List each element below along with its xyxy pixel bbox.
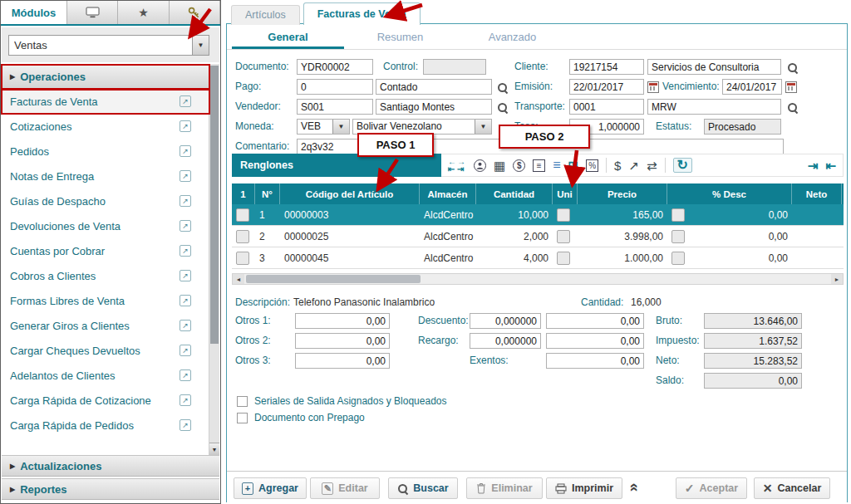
- section-operaciones[interactable]: ▶ Operaciones: [2, 64, 209, 89]
- cliente-search-button[interactable]: [785, 60, 799, 75]
- tab-security[interactable]: [170, 1, 220, 24]
- tab-facturas-de-venta[interactable]: Facturas de Venta: [303, 2, 421, 25]
- desc-cell-button[interactable]: [671, 230, 685, 243]
- external-link-icon[interactable]: ↗: [180, 170, 191, 182]
- cancelar-button[interactable]: ✕ Cancelar: [754, 477, 830, 499]
- transfer-icon[interactable]: ⇄: [647, 159, 657, 172]
- pago-name-input[interactable]: [376, 79, 492, 95]
- clipboard-icon[interactable]: ≡: [533, 159, 545, 172]
- sidebar-item-carga-rapida-de-cotizaciones[interactable]: Carga Rápida de Cotizacione ↗: [2, 388, 209, 413]
- seriales-checkbox[interactable]: [237, 396, 248, 407]
- scrollbar-track[interactable]: [244, 274, 831, 284]
- sidebar-item-formas-libres-de-venta[interactable]: Formas Libres de Venta ↗: [2, 288, 209, 313]
- external-link-icon[interactable]: ↗: [180, 295, 191, 306]
- descuento-pct-input[interactable]: [470, 313, 541, 329]
- module-search-input[interactable]: [9, 36, 192, 55]
- record-nav-icons[interactable]: ←→ ⇤⇥: [448, 158, 466, 173]
- export-icon[interactable]: ↗: [628, 159, 639, 172]
- emision-input[interactable]: [569, 79, 644, 95]
- control-input[interactable]: [423, 59, 486, 75]
- desc-cell-button[interactable]: [671, 208, 685, 222]
- grid-view-icon[interactable]: ⊞: [568, 159, 579, 172]
- section-reportes[interactable]: ▶ Reportes: [2, 478, 219, 500]
- external-link-icon[interactable]: ↗: [180, 145, 191, 157]
- import-document-icon[interactable]: ⇥: [808, 159, 819, 172]
- subtab-resumen[interactable]: Resumen: [344, 27, 456, 49]
- external-link-icon[interactable]: ↗: [180, 95, 191, 107]
- desc-cell-button[interactable]: [671, 252, 685, 265]
- sidebar-item-generar-giros-a-clientes[interactable]: Generar Giros a Clientes ↗: [2, 313, 209, 338]
- row-selector[interactable]: [236, 230, 249, 243]
- sidebar-item-adelantos-de-clientes[interactable]: Adelantos de Clientes ↗: [2, 363, 209, 388]
- scrollbar-thumb[interactable]: [210, 66, 219, 344]
- documento-input[interactable]: [297, 59, 373, 75]
- section-actualizaciones[interactable]: ▶ Actualizaciones: [2, 455, 219, 477]
- external-link-icon[interactable]: ↗: [180, 270, 191, 281]
- cliente-name-input[interactable]: [647, 59, 781, 75]
- transporte-code-input[interactable]: [569, 99, 644, 115]
- external-link-icon[interactable]: ↗: [180, 345, 191, 356]
- vendedor-search-button[interactable]: [494, 100, 509, 115]
- module-combobox[interactable]: ▼: [8, 35, 209, 56]
- otros2-input[interactable]: [295, 333, 390, 349]
- transporte-search-button[interactable]: [785, 100, 799, 115]
- recargo-pct-input[interactable]: [470, 333, 541, 349]
- prepago-checkbox[interactable]: [237, 413, 248, 423]
- row-selector[interactable]: [236, 252, 249, 265]
- otros1-input[interactable]: [295, 313, 390, 329]
- external-link-icon[interactable]: ↗: [180, 369, 191, 381]
- vendedor-name-input[interactable]: [376, 99, 492, 115]
- table-row[interactable]: 1 00000003 AlcdCentro 10,000 165,00 0,00: [232, 204, 844, 226]
- exentos-input[interactable]: [546, 353, 644, 369]
- estatus-input[interactable]: [704, 119, 781, 135]
- scroll-left-button[interactable]: ◄: [233, 274, 244, 284]
- tab-favorites[interactable]: ★: [118, 1, 169, 24]
- sidebar-item-facturas-de-venta[interactable]: Facturas de Venta ↗: [2, 89, 209, 114]
- eliminar-button[interactable]: Eliminar: [466, 477, 543, 499]
- aceptar-button[interactable]: ✓ Aceptar: [676, 477, 747, 499]
- image-icon[interactable]: ▦: [494, 159, 505, 172]
- vendedor-code-input[interactable]: [297, 99, 373, 115]
- horizontal-scrollbar[interactable]: ◄ ►: [232, 273, 844, 285]
- tab-articulos[interactable]: Artículos: [231, 5, 300, 25]
- cliente-code-input[interactable]: [569, 59, 644, 75]
- external-link-icon[interactable]: ↗: [180, 245, 191, 257]
- external-link-icon[interactable]: ↗: [180, 320, 191, 331]
- external-link-icon[interactable]: ↗: [180, 120, 191, 132]
- tab-modulos[interactable]: Módulos: [1, 1, 67, 24]
- sidebar-item-carga-rapida-de-pedidos[interactable]: Carga Rápida de Pedidos ↗: [2, 413, 209, 438]
- scroll-right-button[interactable]: ►: [831, 274, 843, 284]
- chevron-down-icon[interactable]: ▼: [475, 120, 491, 134]
- external-link-icon[interactable]: ↗: [180, 220, 191, 232]
- sidebar-item-pedidos[interactable]: Pedidos ↗: [2, 139, 209, 164]
- refresh-icon[interactable]: ↻: [673, 158, 692, 173]
- sidebar-item-cobros-a-clientes[interactable]: Cobros a Clientes ↗: [2, 263, 209, 288]
- chevron-down-icon[interactable]: ▼: [192, 36, 209, 55]
- unit-cell-button[interactable]: [557, 230, 570, 243]
- sidebar-scrollbar[interactable]: ▼: [209, 64, 219, 455]
- external-link-icon[interactable]: ↗: [180, 195, 191, 207]
- external-link-icon[interactable]: ↗: [180, 419, 191, 431]
- scrollbar-thumb[interactable]: [246, 275, 421, 283]
- unit-cell-button[interactable]: [557, 208, 570, 222]
- vencimiento-calendar-button[interactable]: [784, 80, 799, 95]
- row-selector[interactable]: [236, 208, 249, 222]
- otros3-input[interactable]: [295, 353, 390, 369]
- unit-cell-button[interactable]: [557, 252, 570, 265]
- sidebar-item-cotizaciones[interactable]: Cotizaciones ↗: [2, 114, 209, 139]
- descuento-monto-input[interactable]: [546, 313, 644, 329]
- buscar-button[interactable]: Buscar: [388, 477, 458, 499]
- pago-search-button[interactable]: [494, 80, 509, 95]
- sidebar-item-devoluciones-de-venta[interactable]: Devoluciones de Venta ↗: [2, 213, 209, 238]
- table-row[interactable]: 2 00000025 AlcdCentro 2,000 3.998,00 0,0…: [232, 226, 844, 247]
- external-link-icon[interactable]: ↗: [180, 394, 191, 406]
- customer-icon[interactable]: [474, 159, 486, 172]
- price-circle-icon[interactable]: $: [513, 159, 525, 172]
- agregar-button[interactable]: + Agregar: [234, 477, 307, 499]
- emision-calendar-button[interactable]: [646, 80, 661, 95]
- moneda-code-select[interactable]: VEB ▼: [297, 119, 350, 135]
- lines-list-icon[interactable]: ≡: [553, 159, 560, 172]
- collapse-toolbar-icon[interactable]: «: [626, 483, 644, 492]
- recargo-monto-input[interactable]: [546, 333, 644, 349]
- vencimiento-input[interactable]: [722, 79, 782, 95]
